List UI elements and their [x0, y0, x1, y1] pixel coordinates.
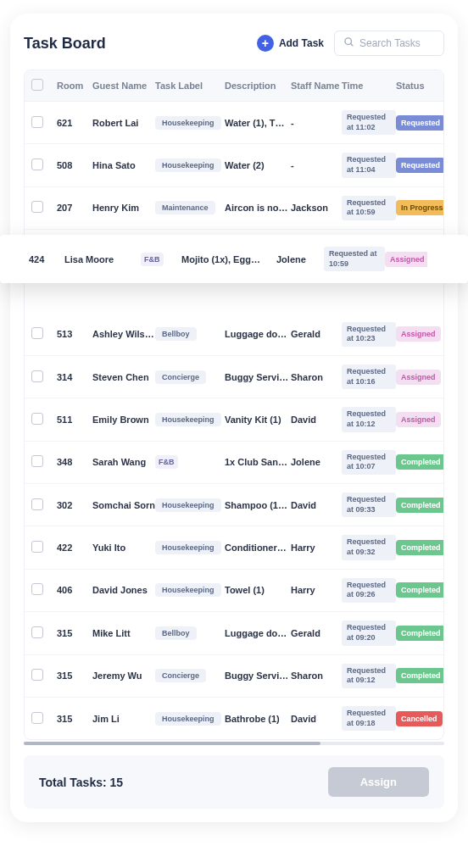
- table-row[interactable]: 513Ashley WilsonBellboyLuggage do…Gerald…: [25, 314, 443, 356]
- table-row[interactable]: 422Yuki ItoHousekeepingConditioner…Harry…: [25, 526, 443, 569]
- row-checkbox[interactable]: [31, 669, 43, 681]
- cell-label: Bellboy: [155, 626, 225, 640]
- row-checkbox[interactable]: [31, 541, 43, 553]
- cell-label: Housekeeping: [155, 583, 225, 597]
- time-tag: Requested at 10:07: [342, 450, 396, 475]
- row-checkbox[interactable]: [31, 712, 43, 724]
- cell-guest: Jeremy Wu: [92, 670, 155, 681]
- cell-staff: Harry: [291, 585, 342, 595]
- cell-label: F&B: [155, 455, 225, 469]
- cell-guest: Hina Sato: [92, 160, 155, 170]
- highlighted-task-row[interactable]: 424 Lisa Moore F&B Mojito (1x), Egg… Jol…: [0, 235, 468, 283]
- time-tag: Requested at 09:33: [342, 492, 396, 517]
- cell-time: Requested at 10:23: [342, 322, 396, 347]
- cell-staff: Sharon: [291, 670, 342, 681]
- status-badge: Assigned: [396, 326, 441, 342]
- task-board-card: Task Board + Add Task Room Guest Name Ta…: [10, 14, 458, 822]
- cell-description: Luggage do…: [225, 628, 291, 638]
- task-label-tag: F&B: [141, 253, 164, 266]
- header-guest: Guest Name: [92, 81, 155, 91]
- cell-status: Cancelled: [396, 711, 444, 726]
- row-checkbox[interactable]: [31, 116, 43, 128]
- row-checkbox[interactable]: [31, 159, 43, 170]
- cell-status: Completed: [396, 626, 444, 641]
- task-label-tag: Concierge: [155, 370, 206, 384]
- cell-status: Assigned: [396, 370, 444, 385]
- svg-line-1: [351, 44, 354, 47]
- cell-status: Completed: [396, 498, 444, 513]
- row-checkbox[interactable]: [31, 455, 43, 467]
- table-row[interactable]: 314Steven ChenConciergeBuggy Servi…Sharo…: [25, 356, 443, 398]
- table-row[interactable]: 207Henry KimMaintenanceAircon is not…Jac…: [25, 187, 443, 230]
- table-row[interactable]: 348Sarah WangF&B1x Club San…JoleneReques…: [25, 442, 443, 484]
- cell-room: 315: [57, 670, 92, 681]
- table-row[interactable]: 315Jeremy WuConciergeBuggy Servi…SharonR…: [25, 655, 443, 698]
- cell-guest: Jim Li: [92, 714, 155, 724]
- cell-room: 424: [29, 254, 64, 264]
- time-tag: Requested at 11:04: [342, 153, 396, 177]
- table-row[interactable]: 315Mike LittBellboyLuggage do…GeraldRequ…: [25, 612, 443, 654]
- cell-guest: Mike Litt: [92, 628, 155, 638]
- scrollbar-thumb[interactable]: [24, 742, 320, 745]
- status-badge: Completed: [396, 668, 444, 683]
- cell-status: Completed: [396, 540, 444, 555]
- task-label-tag: Housekeeping: [155, 712, 221, 726]
- time-tag: Requested at 11:02: [342, 110, 396, 135]
- cell-room: 315: [57, 628, 92, 638]
- cell-guest: Somchai Sorn: [92, 500, 155, 510]
- table-row[interactable]: 508Hina SatoHousekeepingWater (2)-Reques…: [25, 144, 443, 186]
- cell-staff: Gerald: [291, 628, 342, 638]
- table-row[interactable]: 511Emily BrownHousekeepingVanity Kit (1)…: [25, 398, 443, 441]
- cell-staff: Jolene: [291, 457, 342, 467]
- task-label-tag: Housekeeping: [155, 116, 221, 130]
- cell-guest: Emily Brown: [92, 415, 155, 425]
- cell-staff: -: [291, 160, 342, 170]
- row-checkbox[interactable]: [31, 370, 43, 382]
- cell-room: 508: [57, 160, 92, 170]
- add-task-button[interactable]: + Add Task: [257, 35, 324, 52]
- status-badge: Completed: [396, 540, 444, 555]
- time-tag: Requested at 09:12: [342, 664, 396, 688]
- row-checkbox[interactable]: [31, 413, 43, 425]
- checkbox-cell: [31, 669, 57, 682]
- task-label-tag: Housekeeping: [155, 159, 221, 172]
- header-description: Description: [225, 81, 291, 91]
- select-all-checkbox[interactable]: [31, 79, 43, 91]
- cell-time: Requested at 09:33: [342, 492, 396, 517]
- time-tag: Requested at 09:26: [342, 578, 396, 603]
- search-box[interactable]: [334, 31, 444, 56]
- assign-button[interactable]: Assign: [328, 767, 429, 797]
- cell-time: Requested at 09:18: [342, 706, 396, 731]
- cell-label: Housekeeping: [155, 712, 225, 726]
- checkbox-cell: [31, 626, 57, 640]
- cell-status: In Progress: [396, 200, 444, 215]
- time-tag: Requested at 09:32: [342, 535, 396, 559]
- row-checkbox[interactable]: [31, 201, 43, 213]
- cell-status: Requested: [396, 158, 444, 173]
- task-label-tag: Bellboy: [155, 327, 197, 341]
- cell-staff: -: [291, 118, 342, 128]
- cell-room: 511: [57, 415, 92, 425]
- cell-status: Completed: [396, 454, 444, 470]
- search-input[interactable]: [359, 37, 435, 49]
- time-tag: Requested at 10:59: [324, 247, 385, 271]
- table-row[interactable]: 406David JonesHousekeepingTowel (1)Harry…: [25, 570, 443, 612]
- task-label-tag: Housekeeping: [155, 413, 221, 426]
- row-checkbox[interactable]: [31, 583, 43, 595]
- row-checkbox[interactable]: [31, 498, 43, 510]
- row-checkbox[interactable]: [31, 327, 43, 339]
- cell-staff: Jolene: [276, 254, 324, 264]
- cell-description: Mojito (1x), Egg…: [181, 254, 276, 264]
- add-task-label: Add Task: [279, 37, 324, 49]
- row-checkbox[interactable]: [31, 626, 43, 638]
- task-label-tag: Bellboy: [155, 626, 197, 640]
- table-row[interactable]: 315Jim LiHousekeepingBathrobe (1)DavidRe…: [25, 698, 443, 739]
- checkbox-cell: [31, 541, 57, 554]
- cell-label: Housekeeping: [155, 116, 225, 130]
- table-row[interactable]: 302Somchai SornHousekeepingShampoo (1…Da…: [25, 484, 443, 526]
- horizontal-scrollbar[interactable]: [24, 742, 444, 745]
- cell-label: F&B: [141, 253, 181, 266]
- table-row[interactable]: 621Robert LaiHousekeepingWater (1), T…-R…: [25, 102, 443, 144]
- cell-label: Concierge: [155, 669, 225, 682]
- task-label-tag: Housekeeping: [155, 541, 221, 554]
